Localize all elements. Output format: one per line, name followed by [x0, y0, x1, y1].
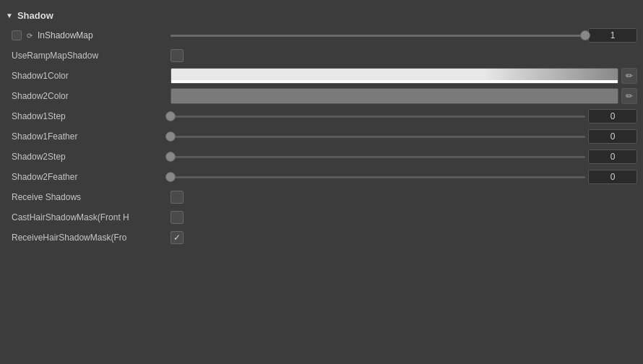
cast-hair-shadow-mask-control	[171, 211, 637, 224]
shadow2-eyedropper-button[interactable]: ✏	[621, 88, 637, 104]
shadow1-color-control: ✏	[171, 68, 637, 84]
cast-hair-shadow-mask-row: CastHairShadowMask(Front H	[0, 207, 643, 228]
shadow2-step-slider-container	[171, 150, 637, 164]
in-shadow-map-row: ⟳ InShadowMap	[0, 25, 643, 46]
shadow2-feather-control	[171, 170, 637, 184]
receive-shadows-control	[171, 191, 637, 204]
shadow1-feather-input[interactable]	[588, 129, 637, 144]
receive-hair-shadow-mask-checkbox[interactable]	[171, 231, 184, 244]
receive-hair-shadow-mask-row: ReceiveHairShadowMask(Fro	[0, 228, 643, 248]
use-ramp-map-shadow-checkbox[interactable]	[171, 49, 184, 62]
shadow1-step-control	[171, 109, 637, 124]
use-ramp-map-shadow-label: UseRampMapShadow	[12, 51, 171, 61]
shadow2-step-row: Shadow2Step	[0, 147, 643, 167]
shadow1-color-field[interactable]	[171, 68, 618, 84]
use-ramp-map-shadow-control	[171, 49, 637, 62]
in-shadow-map-input[interactable]	[588, 28, 637, 43]
shadow1-feather-control	[171, 129, 637, 144]
shadow2-step-slider-track[interactable]	[171, 156, 585, 158]
shadow2-color-field[interactable]	[171, 88, 618, 104]
shadow1-step-row: Shadow1Step	[0, 106, 643, 126]
shadow2-color-row: Shadow2Color ✏	[0, 86, 643, 106]
receive-hair-shadow-mask-label: ReceiveHairShadowMask(Fro	[12, 233, 171, 243]
shadow2-step-control	[171, 150, 637, 164]
shadow1-feather-label: Shadow1Feather	[12, 131, 171, 142]
section-title: Shadow	[17, 10, 53, 21]
shadow2-color-label: Shadow2Color	[12, 91, 171, 101]
shadow1-color-row: Shadow1Color ✏	[0, 66, 643, 86]
shadow1-step-slider-container	[171, 109, 637, 124]
shadow2-step-slider-thumb[interactable]	[165, 152, 176, 162]
shadow1-step-slider-track[interactable]	[171, 116, 585, 118]
collapse-arrow[interactable]: ▼	[6, 12, 13, 20]
shadow2-feather-row: Shadow2Feather	[0, 167, 643, 187]
refresh-icon[interactable]: ⟳	[25, 30, 35, 40]
shadow-panel: ▼ Shadow ⟳ InShadowMap UseRampMapShadow …	[0, 0, 643, 254]
receive-shadows-label: Receive Shadows	[12, 192, 171, 202]
shadow1-feather-slider-track[interactable]	[171, 136, 585, 138]
section-header[interactable]: ▼ Shadow	[0, 6, 643, 25]
shadow1-step-label: Shadow1Step	[12, 111, 171, 121]
shadow2-feather-slider-thumb[interactable]	[165, 172, 176, 182]
receive-shadows-checkbox[interactable]	[171, 191, 184, 204]
cast-hair-shadow-mask-label: CastHairShadowMask(Front H	[12, 212, 171, 222]
shadow2-feather-label: Shadow2Feather	[12, 172, 171, 182]
shadow1-step-slider-thumb[interactable]	[165, 111, 176, 121]
in-shadow-map-label: InShadowMap	[38, 30, 93, 40]
shadow2-step-label: Shadow2Step	[12, 152, 171, 162]
shadow2-feather-slider-track[interactable]	[171, 176, 585, 178]
shadow1-color-inner	[171, 80, 618, 83]
in-shadow-map-slider-thumb[interactable]	[580, 30, 590, 40]
cast-hair-shadow-mask-checkbox[interactable]	[171, 211, 184, 224]
shadow1-color-label: Shadow1Color	[12, 71, 171, 81]
shadow2-feather-input[interactable]	[588, 170, 637, 184]
shadow1-eyedropper-button[interactable]: ✏	[621, 68, 637, 84]
shadow1-feather-slider-container	[171, 129, 637, 144]
in-shadow-map-slider-container	[171, 28, 637, 43]
shadow1-step-input[interactable]	[588, 109, 637, 124]
receive-shadows-row: Receive Shadows	[0, 187, 643, 207]
in-shadow-map-label-group: ⟳ InShadowMap	[12, 30, 171, 40]
in-shadow-map-slider-track[interactable]	[171, 35, 585, 37]
in-shadow-map-slider-fill	[171, 35, 585, 37]
shadow1-feather-slider-thumb[interactable]	[165, 131, 176, 142]
in-shadow-map-checkbox[interactable]	[12, 30, 22, 40]
use-ramp-map-shadow-row: UseRampMapShadow	[0, 46, 643, 66]
shadow1-feather-row: Shadow1Feather	[0, 126, 643, 147]
shadow2-color-control: ✏	[171, 88, 637, 104]
shadow2-step-input[interactable]	[588, 150, 637, 164]
shadow2-feather-slider-container	[171, 170, 637, 184]
receive-hair-shadow-mask-control	[171, 231, 637, 244]
